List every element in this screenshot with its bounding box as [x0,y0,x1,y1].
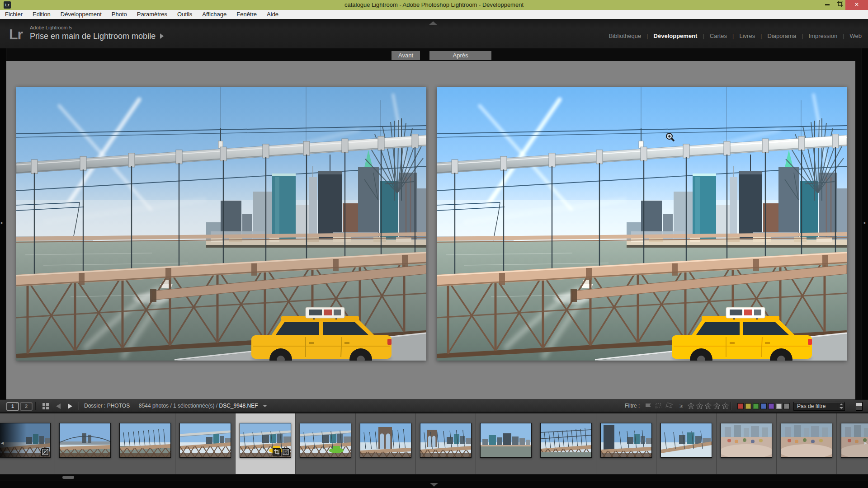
thumbnail-skyline-deck[interactable] [179,423,231,458]
color-chip-yellow[interactable] [745,403,751,409]
filmstrip-scrollbar[interactable] [0,474,868,480]
filmstrip-scroll-left-icon[interactable]: ◂ [1,440,4,446]
adjust-badge-icon[interactable]: +- [282,448,290,456]
filmstrip-cell-14[interactable] [777,413,837,474]
filmstrip-cell-15[interactable] [837,413,868,474]
adjust-badge-icon[interactable]: +- [41,448,49,456]
grid-view-icon[interactable] [42,403,49,409]
thumbnail-dark-tower-left[interactable] [600,423,652,458]
filmstrip-cell-1[interactable]: +- [0,413,55,474]
expand-left-panel-icon: ▸ [1,220,3,225]
next-photo-icon[interactable] [68,404,72,409]
menu-affichage[interactable]: Affichage [197,10,231,19]
thumbnail-skyline-deck-dark[interactable]: +- [0,423,51,458]
second-window-button[interactable]: 2∙∙ [20,402,33,411]
color-chip-red[interactable] [737,403,744,409]
restore-button[interactable] [834,0,844,10]
menu-edition[interactable]: Edition [28,10,56,19]
color-chip-purple[interactable] [768,403,774,409]
after-pane[interactable] [429,61,855,399]
filmstrip-cell-7[interactable] [356,413,416,474]
thumbnail-green-car-scene[interactable] [300,423,351,458]
filmstrip-cell-11[interactable] [596,413,656,474]
module-separator: | [802,33,803,39]
filmstrip-toolbar: 1∙∙ 2∙∙ Dossier : PHOTOS 8544 photos / 1… [0,399,868,413]
menu-outils[interactable]: Outils [172,10,197,19]
filmstrip-cell-13[interactable] [717,413,777,474]
filter-toggle-switch[interactable] [856,402,863,411]
module-tab-diaporama[interactable]: Diaporama [768,33,797,39]
minimize-button[interactable] [822,0,833,10]
thumbnail-cables-deck[interactable] [119,423,171,458]
menu-aide[interactable]: Aide [262,10,283,19]
thumbnail-skyline-pano[interactable] [480,423,532,458]
thumbnail-cable-grid[interactable] [540,423,592,458]
thumbnail-taxi-scene[interactable]: +- [240,423,291,458]
star-outline-icon[interactable] [687,402,695,411]
color-chip-light-gray[interactable] [776,403,782,409]
filmstrip-scrollbar-thumb[interactable] [62,476,74,479]
after-tab: Après [429,51,491,60]
module-tab-cartes[interactable]: Cartes [710,33,727,39]
before-photo[interactable] [16,87,426,361]
before-pane[interactable] [6,61,433,399]
flag-pick-icon[interactable] [645,403,653,409]
left-panel-collapsed[interactable]: ▸ [0,48,6,399]
folder-label: Dossier : PHOTOS [84,400,130,412]
module-tab-web[interactable]: Web [850,33,862,39]
rating-compare-symbol[interactable]: ≥ [679,400,683,412]
filmstrip-cell-8[interactable] [416,413,476,474]
thumbnail-locks-blur[interactable] [721,423,772,458]
filmstrip-cell-4[interactable] [175,413,236,474]
module-tab-livres[interactable]: Livres [739,33,755,39]
identity-plate[interactable]: Prise en main de Lightroom mobile [30,32,164,41]
filmstrip-scroll-right-icon[interactable]: ▸ [864,440,867,446]
catalog-status[interactable]: 8544 photos / 1 sélectionnée(s) / DSC_99… [139,400,267,412]
module-tab-impression[interactable]: Impression [809,33,838,39]
star-outline-icon[interactable] [704,402,712,411]
separator [78,402,78,410]
star-outline-icon[interactable] [713,402,721,411]
module-tab-développement[interactable]: Développement [654,33,698,39]
thumbnail-manhattan-tower[interactable] [59,423,111,458]
main-window-button[interactable]: 1∙∙ [6,402,19,411]
menu-developpement[interactable]: Développement [56,10,107,19]
spinner-up-down[interactable] [838,402,844,410]
close-button[interactable]: ✕ [845,0,868,10]
menu-photo[interactable]: Photo [107,10,132,19]
filmstrip-cell-12[interactable] [656,413,717,474]
menu-parametres[interactable]: Paramètres [132,10,172,19]
filmstrip-cell-3[interactable] [115,413,175,474]
titlebar: Lr catalogue Lightroom - Adobe Photoshop… [0,0,868,10]
thumbnail-stone-tower[interactable] [360,423,411,458]
filmstrip-cell-10[interactable] [536,413,596,474]
right-panel-collapsed[interactable]: ◂ [862,48,868,399]
status-text: 8544 photos / 1 sélectionnée(s) / [139,403,217,409]
color-chip-blue[interactable] [760,403,767,409]
previous-photo-icon[interactable] [56,404,61,409]
filename-caret-icon[interactable] [263,405,267,407]
color-chip-dark-gray[interactable] [783,403,790,409]
menu-fenetre[interactable]: Fenêtre [231,10,262,19]
filmstrip-cell-9[interactable] [476,413,536,474]
filmstrip-cell-6[interactable] [296,413,356,474]
thumbnail-tower-cables[interactable] [420,423,472,458]
collapse-top-panel-icon[interactable] [429,21,437,25]
collapse-bottom-panel-icon[interactable] [430,483,438,487]
color-chip-green[interactable] [753,403,759,409]
thumbnail-locks-blur2[interactable] [781,423,832,458]
crop-badge-icon[interactable] [273,448,281,456]
play-arrow-icon [160,33,164,39]
filter-preset-dropdown[interactable]: Pas de filtre [793,402,845,411]
flag-reject-icon[interactable] [665,403,674,409]
star-outline-icon[interactable] [722,402,729,411]
expand-right-panel-icon: ◂ [863,220,865,225]
filmstrip-cell-2[interactable] [55,413,115,474]
star-outline-icon[interactable] [696,402,703,411]
after-photo[interactable] [437,87,847,361]
thumbnail-skyline-beam[interactable] [660,423,712,458]
menu-fichier[interactable]: Fichier [0,10,28,19]
filmstrip-cell-5-selected[interactable]: +- [236,413,296,474]
flag-unflagged-icon[interactable] [655,403,663,409]
module-tab-bibliothèque[interactable]: Bibliothèque [609,33,642,39]
